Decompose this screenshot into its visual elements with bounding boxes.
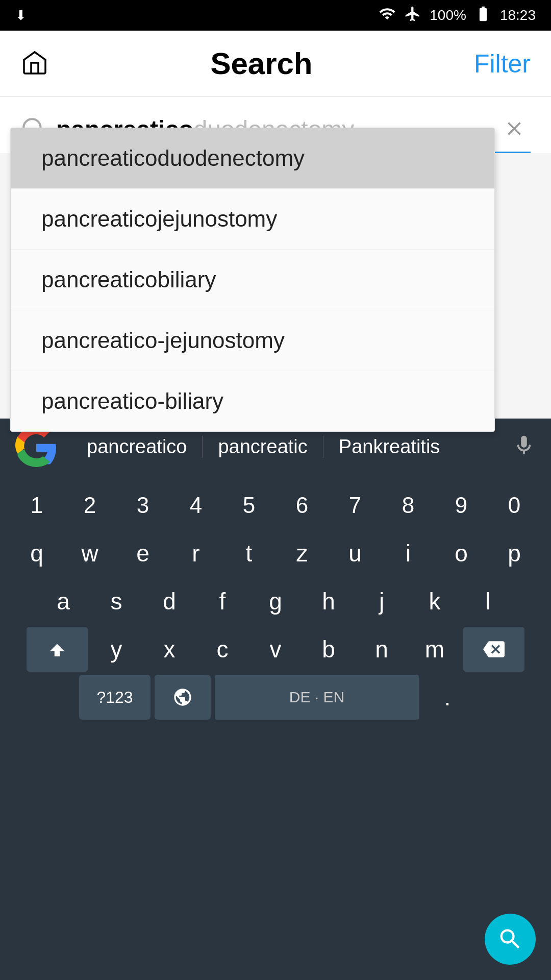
key-a[interactable]: a — [39, 579, 88, 624]
key-z[interactable]: z — [278, 531, 327, 576]
key-s[interactable]: s — [92, 579, 141, 624]
google-logo — [15, 426, 56, 467]
shift-key[interactable] — [27, 627, 88, 672]
period-key[interactable]: . — [423, 675, 472, 720]
status-left: ⬇ — [15, 8, 27, 23]
key-6[interactable]: 6 — [278, 483, 327, 528]
key-m[interactable]: m — [410, 627, 459, 672]
key-x[interactable]: x — [145, 627, 194, 672]
key-j[interactable]: j — [357, 579, 406, 624]
keyboard-row-4: y x c v b n m — [0, 627, 551, 672]
key-p[interactable]: p — [490, 531, 539, 576]
google-suggestion-2[interactable]: Pankreatitis — [323, 436, 456, 458]
key-4[interactable]: 4 — [171, 483, 220, 528]
key-n[interactable]: n — [357, 627, 406, 672]
clear-button[interactable] — [498, 112, 531, 146]
mic-icon[interactable] — [512, 434, 536, 459]
backspace-key[interactable] — [463, 627, 524, 672]
key-w[interactable]: w — [65, 531, 114, 576]
key-e[interactable]: e — [118, 531, 167, 576]
keyboard-search-button[interactable] — [485, 914, 536, 965]
wifi-icon — [379, 5, 396, 26]
key-d[interactable]: d — [145, 579, 194, 624]
key-8[interactable]: 8 — [384, 483, 433, 528]
autocomplete-item-2[interactable]: pancreaticobiliary — [11, 250, 494, 310]
google-suggestion-0[interactable]: pancreatico — [71, 436, 203, 458]
key-o[interactable]: o — [437, 531, 486, 576]
google-suggestion-1[interactable]: pancreatic — [203, 436, 323, 458]
key-7[interactable]: 7 — [331, 483, 380, 528]
space-key[interactable]: DE · EN — [215, 675, 419, 720]
autocomplete-item-1[interactable]: pancreaticojejunostomy — [11, 189, 494, 250]
airplane-icon — [404, 5, 421, 26]
key-v[interactable]: v — [251, 627, 300, 672]
key-u[interactable]: u — [331, 531, 380, 576]
key-1[interactable]: 1 — [12, 483, 61, 528]
battery-text: 100% — [430, 7, 466, 23]
key-y[interactable]: y — [92, 627, 141, 672]
key-r[interactable]: r — [171, 531, 220, 576]
key-3[interactable]: 3 — [118, 483, 167, 528]
keyboard-row-3: a s d f g h j k l — [0, 579, 551, 624]
key-q[interactable]: q — [12, 531, 61, 576]
num-switch-key[interactable]: ?123 — [79, 675, 151, 720]
keyboard-num-row: 1 2 3 4 5 6 7 8 9 0 — [0, 483, 551, 528]
autocomplete-item-0[interactable]: pancreaticoduodenectomy — [11, 128, 494, 189]
key-l[interactable]: l — [463, 579, 512, 624]
keyboard-row-2: q w e r t z u i o p — [0, 531, 551, 576]
home-button[interactable] — [20, 48, 49, 79]
key-9[interactable]: 9 — [437, 483, 486, 528]
time: 18:23 — [500, 7, 536, 23]
key-0[interactable]: 0 — [490, 483, 539, 528]
key-k[interactable]: k — [410, 579, 459, 624]
key-2[interactable]: 2 — [65, 483, 114, 528]
status-bar: ⬇ 100% 18:23 — [0, 0, 551, 31]
key-h[interactable]: h — [304, 579, 353, 624]
battery-icon — [474, 5, 492, 26]
key-f[interactable]: f — [198, 579, 247, 624]
key-5[interactable]: 5 — [224, 483, 273, 528]
key-t[interactable]: t — [224, 531, 273, 576]
autocomplete-dropdown: pancreaticoduodenectomy pancreaticojejun… — [10, 128, 495, 432]
app-bar: Search Filter — [0, 31, 551, 97]
filter-button[interactable]: Filter — [474, 49, 531, 79]
key-i[interactable]: i — [384, 531, 433, 576]
key-b[interactable]: b — [304, 627, 353, 672]
autocomplete-item-4[interactable]: pancreatico-biliary — [11, 371, 494, 431]
status-right: 100% 18:23 — [379, 5, 536, 26]
key-g[interactable]: g — [251, 579, 300, 624]
download-icon: ⬇ — [15, 8, 27, 23]
keyboard: 1 2 3 4 5 6 7 8 9 0 q w e r t z u i o p … — [0, 475, 551, 980]
google-suggestions: pancreatico pancreatic Pankreatitis — [71, 436, 512, 458]
keyboard-row-5: ?123 DE · EN . — [0, 675, 551, 720]
page-title: Search — [210, 46, 312, 81]
key-c[interactable]: c — [198, 627, 247, 672]
globe-key[interactable] — [155, 675, 211, 720]
autocomplete-item-3[interactable]: pancreatico-jejunostomy — [11, 310, 494, 371]
